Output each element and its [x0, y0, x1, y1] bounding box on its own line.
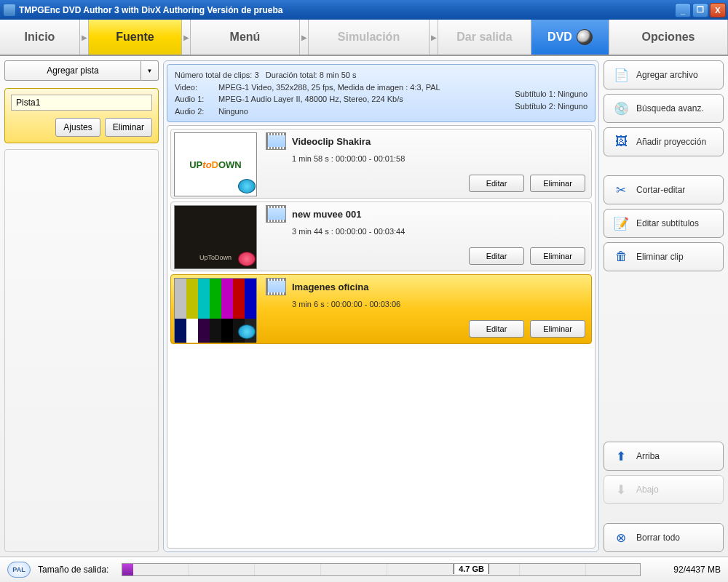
clip-title: new muvee 001: [292, 209, 361, 220]
app-icon: [4, 4, 15, 16]
step-arrow-icon: ▶: [182, 20, 191, 55]
left-panel: Agregar pista ▼ Ajustes Eliminar: [4, 60, 159, 552]
tab-salida[interactable]: Dar salida: [438, 20, 531, 55]
step-arrow-icon: ▶: [300, 20, 309, 55]
tab-simulacion[interactable]: Simulación: [309, 20, 430, 55]
tab-fuente[interactable]: Fuente: [89, 20, 182, 55]
arrow-up-icon: ⬆: [613, 448, 629, 464]
clip-duration: 1 min 58 s : 00:00:00 - 00:01:58: [292, 154, 585, 163]
badge-icon: [238, 324, 256, 339]
step-tabs: Inicio ▶ Fuente ▶ Menú ▶ Simulación ▶ Da…: [0, 20, 728, 56]
film-icon: [266, 278, 286, 295]
clip-row[interactable]: UpToDown new muvee 001 3 min 44 s : 00:0…: [170, 202, 592, 271]
anadir-proyeccion-button[interactable]: 🖼Añadir proyección: [604, 127, 724, 156]
clip-delete-button[interactable]: Eliminar: [530, 247, 585, 265]
clip-delete-button[interactable]: Eliminar: [530, 175, 585, 192]
subtitle-icon: 📝: [613, 215, 629, 231]
clip-edit-button[interactable]: Editar: [469, 175, 524, 192]
abajo-button[interactable]: ⬇Abajo: [604, 475, 724, 504]
add-track: Agregar pista ▼: [4, 60, 159, 81]
scissors-icon: ✂: [613, 182, 629, 198]
film-icon: [266, 132, 286, 150]
clip-row[interactable]: UPtoDOWN Videoclip Shakira 1 min 58 s : …: [170, 129, 592, 199]
tab-inicio[interactable]: Inicio: [0, 20, 80, 55]
disc-icon: [577, 29, 593, 45]
editar-subtitulos-button[interactable]: 📝Editar subtítulos: [604, 209, 724, 238]
track-list-empty: [4, 149, 159, 552]
minimize-button[interactable]: _: [675, 3, 691, 17]
clips-list: UPtoDOWN Videoclip Shakira 1 min 58 s : …: [167, 125, 596, 549]
size-label: Tamaño de salida:: [38, 565, 108, 575]
window-title: TMPGEnc DVD Author 3 with DivX Authoring…: [19, 5, 675, 15]
clip-delete-button[interactable]: Eliminar: [530, 320, 585, 338]
badge-icon: [238, 252, 256, 266]
clip-title: Imagenes oficina: [292, 282, 368, 292]
work-area: Agregar pista ▼ Ajustes Eliminar Número …: [0, 56, 728, 557]
slideshow-icon: 🖼: [613, 134, 629, 150]
tab-opciones[interactable]: Opciones: [609, 20, 728, 55]
tab-dvd[interactable]: DVD: [531, 20, 609, 55]
titlebar: TMPGEnc DVD Author 3 with DivX Authoring…: [0, 0, 728, 20]
tab-menu[interactable]: Menú: [191, 20, 300, 55]
right-panel: 📄Agregar archivo 💿Búsqueda avanz. 🖼Añadi…: [604, 60, 724, 552]
track-name-input[interactable]: [11, 95, 152, 111]
search-disc-icon: 💿: [613, 100, 629, 116]
maximize-button[interactable]: ❐: [692, 3, 708, 17]
step-arrow-icon: ▶: [430, 20, 438, 55]
pal-badge: PAL: [7, 562, 31, 578]
track-box: Ajustes Eliminar: [4, 88, 159, 143]
size-bar-fill: [122, 564, 132, 575]
clip-row[interactable]: Imagenes oficina 3 min 6 s : 00:00:00 - …: [170, 274, 592, 344]
info-header: Número total de clips: 3 Duración total:…: [167, 64, 596, 122]
eliminar-clip-button[interactable]: 🗑Eliminar clip: [604, 242, 724, 271]
size-capacity-marker: 4.7 GB: [454, 564, 489, 574]
add-track-dropdown[interactable]: ▼: [141, 60, 159, 81]
arriba-button[interactable]: ⬆Arriba: [604, 442, 724, 471]
close-button[interactable]: X: [710, 3, 726, 17]
arrow-down-icon: ⬇: [613, 482, 629, 498]
step-arrow-icon: ▶: [80, 20, 89, 55]
add-track-button[interactable]: Agregar pista: [4, 60, 141, 81]
clip-edit-button[interactable]: Editar: [469, 320, 524, 338]
status-bar: PAL Tamaño de salida: 4.7 GB 92/4437 MB: [0, 557, 728, 582]
center-panel: Número total de clips: 3 Duración total:…: [163, 60, 599, 552]
ajustes-button[interactable]: Ajustes: [55, 118, 100, 137]
trash-icon: 🗑: [613, 249, 629, 265]
cortar-editar-button[interactable]: ✂Cortar-editar: [604, 175, 724, 204]
agregar-archivo-button[interactable]: 📄Agregar archivo: [604, 60, 724, 89]
clip-duration: 3 min 6 s : 00:00:00 - 00:03:06: [292, 300, 585, 308]
eliminar-track-button[interactable]: Eliminar: [105, 118, 152, 137]
busqueda-avanzada-button[interactable]: 💿Búsqueda avanz.: [604, 94, 724, 123]
badge-icon: [238, 179, 256, 194]
film-icon: [266, 205, 286, 223]
borrar-todo-button[interactable]: ⊗Borrar todo: [604, 523, 724, 552]
size-bar: 4.7 GB: [122, 563, 641, 576]
clip-title: Videoclip Shakira: [292, 136, 371, 147]
clip-duration: 3 min 44 s : 00:00:00 - 00:03:44: [292, 227, 585, 236]
file-add-icon: 📄: [613, 67, 629, 83]
size-mb-text: 92/4437 MB: [648, 565, 721, 575]
clip-edit-button[interactable]: Editar: [469, 247, 524, 265]
delete-all-icon: ⊗: [613, 530, 629, 546]
